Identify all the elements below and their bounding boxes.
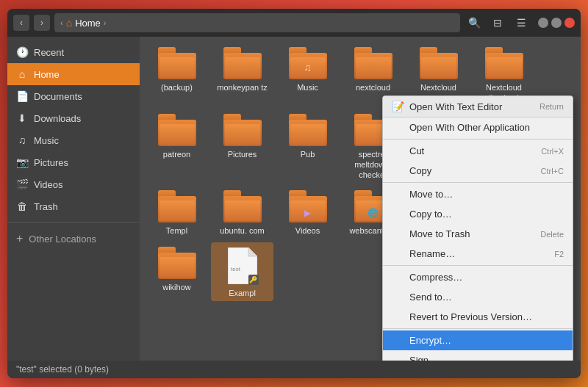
add-icon: + xyxy=(16,232,23,245)
breadcrumb-right-arrow: › xyxy=(104,18,107,27)
ctx-shortcut-copy: Ctrl+C xyxy=(541,167,564,176)
ctx-shortcut-rename: F2 xyxy=(554,250,564,258)
file-item-music[interactable]: ♫ Music xyxy=(276,43,339,106)
sidebar: 🕐 Recent ⌂ Home 📄 Documents ⬇ Downloads … xyxy=(7,37,140,361)
sidebar-label-recent: Recent xyxy=(34,47,64,58)
file-manager-window: ‹ › ‹ ⌂ Home › 🔍 ⊟ ☰ 🕐 Recent ⌂ Home xyxy=(7,9,581,378)
sidebar-item-pictures[interactable]: 📷 Pictures xyxy=(7,151,140,173)
ctx-shortcut-cut: Ctrl+X xyxy=(541,147,564,156)
sidebar-label-documents: Documents xyxy=(34,91,82,102)
music-note-icon: ♫ xyxy=(304,62,312,73)
folder-icon-ubuntu xyxy=(223,190,262,223)
file-item-pub[interactable]: Pub xyxy=(276,109,339,184)
video-folder-icon: ▶ xyxy=(304,208,311,218)
sidebar-item-recent[interactable]: 🕐 Recent xyxy=(7,41,140,63)
ctx-label-move-trash: Move to Trash xyxy=(409,228,470,239)
back-button[interactable]: ‹ xyxy=(13,15,29,31)
ctx-copy[interactable]: Copy Ctrl+C xyxy=(383,161,573,181)
svg-text:test: test xyxy=(231,266,241,272)
folder-icon-wikihow xyxy=(158,247,196,279)
file-item-patreon[interactable]: patreon xyxy=(146,109,208,184)
ctx-compress[interactable]: Compress… xyxy=(383,267,573,287)
folder-icon-music: ♫ xyxy=(289,47,327,79)
ctx-encrypt[interactable]: Encrypt… xyxy=(383,330,573,350)
sidebar-label-pictures: Pictures xyxy=(34,157,68,168)
search-button[interactable]: 🔍 xyxy=(465,13,484,32)
file-name-music: Music xyxy=(297,82,318,93)
sidebar-item-music[interactable]: ♫ Music xyxy=(7,129,140,151)
ctx-cut[interactable]: Cut Ctrl+X xyxy=(383,141,573,161)
folder-icon-patreon xyxy=(158,114,196,146)
file-item-wikihow[interactable]: wikihow xyxy=(146,242,208,301)
web-folder-icon: 🌐 xyxy=(368,208,379,218)
ctx-label-move-to: Move to… xyxy=(409,189,453,200)
sidebar-item-documents[interactable]: 📄 Documents xyxy=(7,85,140,107)
forward-button[interactable]: › xyxy=(34,15,50,31)
trash-icon: 🗑 xyxy=(16,200,28,212)
file-item-exampl[interactable]: test 🔑 Exampl xyxy=(211,242,273,301)
close-button[interactable] xyxy=(564,18,575,28)
home-icon: ⌂ xyxy=(66,17,72,29)
ctx-label-copy: Copy xyxy=(409,165,431,176)
minimize-button[interactable] xyxy=(538,18,548,28)
ctx-label-open-other-app: Open With Other Application xyxy=(409,122,530,133)
folder-icon-backup xyxy=(158,47,196,79)
file-name-nextcloud: nextcloud xyxy=(356,82,390,93)
folder-icon-templ xyxy=(158,190,196,223)
ctx-separator-1 xyxy=(383,139,573,140)
downloads-icon: ⬇ xyxy=(16,112,28,124)
ctx-move-to[interactable]: Move to… xyxy=(383,184,573,204)
text-editor-icon: 📝 xyxy=(392,101,404,112)
videos-icon: 🎬 xyxy=(16,178,28,190)
sidebar-label-videos: Videos xyxy=(34,179,63,190)
file-item-monkeypantz[interactable]: monkeypan tz xyxy=(211,43,273,106)
status-bar: "test" selected (0 bytes) xyxy=(7,361,581,378)
hamburger-menu-button[interactable]: ☰ xyxy=(512,13,531,32)
sidebar-item-downloads[interactable]: ⬇ Downloads xyxy=(7,107,140,129)
file-item-ubuntu[interactable]: ubuntu. com xyxy=(211,186,273,239)
ctx-label-open-text-editor: Open With Text Editor xyxy=(409,101,502,112)
file-item-templ[interactable]: Templ xyxy=(146,186,208,239)
ctx-move-trash[interactable]: Move to Trash Delete xyxy=(383,224,573,244)
file-item-backup-top[interactable]: (backup) xyxy=(146,43,208,106)
ctx-open-other-app[interactable]: Open With Other Application xyxy=(383,117,573,137)
file-name-patreon: patreon xyxy=(163,149,190,159)
ctx-shortcut-open-text-editor: Return xyxy=(539,102,564,111)
ctx-label-copy-to: Copy to… xyxy=(409,209,452,220)
maximize-button[interactable] xyxy=(551,18,562,28)
sidebar-label-downloads: Downloads xyxy=(34,113,81,124)
content-area: 🕐 Recent ⌂ Home 📄 Documents ⬇ Downloads … xyxy=(7,37,581,361)
folder-icon-videos: ▶ xyxy=(289,190,327,223)
ctx-label-send-to: Send to… xyxy=(409,292,452,303)
file-item-pictures[interactable]: Pictures xyxy=(211,109,273,184)
other-locations-label: Other Locations xyxy=(29,234,96,245)
ctx-revert[interactable]: Revert to Previous Version… xyxy=(383,307,573,327)
sidebar-item-home[interactable]: ⌂ Home xyxy=(7,63,140,85)
window-controls xyxy=(538,18,575,28)
file-item-videos[interactable]: ▶ Videos xyxy=(276,186,339,239)
folder-icon-pub xyxy=(289,114,327,146)
pictures-icon: 📷 xyxy=(16,156,28,168)
file-name-pictures: Pictures xyxy=(228,149,257,159)
file-area: (backup) monkeypan tz ♫ xyxy=(140,37,581,361)
ctx-rename[interactable]: Rename… F2 xyxy=(383,244,573,264)
view-toggle-button[interactable]: ⊟ xyxy=(488,13,507,32)
recent-icon: 🕐 xyxy=(16,46,28,58)
file-name-pub: Pub xyxy=(301,149,315,159)
ctx-shortcut-move-trash: Delete xyxy=(540,230,564,239)
file-name-monkeypantz: monkeypan tz xyxy=(217,82,267,93)
file-name-wikihow: wikihow xyxy=(162,282,191,292)
ctx-copy-to[interactable]: Copy to… xyxy=(383,204,573,224)
file-name-exampl: Exampl xyxy=(229,288,256,298)
breadcrumb-title: Home xyxy=(75,18,101,29)
documents-icon: 📄 xyxy=(16,90,28,102)
sidebar-item-videos[interactable]: 🎬 Videos xyxy=(7,173,140,195)
context-menu: 📝 Open With Text Editor Return Open With… xyxy=(382,95,573,361)
sidebar-other-locations[interactable]: + Other Locations xyxy=(7,227,140,250)
ctx-open-text-editor[interactable]: 📝 Open With Text Editor Return xyxy=(383,96,573,117)
ctx-label-revert: Revert to Previous Version… xyxy=(409,311,532,322)
folder-icon-nextcloud xyxy=(354,47,392,79)
ctx-send-to[interactable]: Send to… xyxy=(383,287,573,307)
ctx-sign[interactable]: Sign xyxy=(383,350,573,361)
sidebar-item-trash[interactable]: 🗑 Trash xyxy=(7,195,140,217)
